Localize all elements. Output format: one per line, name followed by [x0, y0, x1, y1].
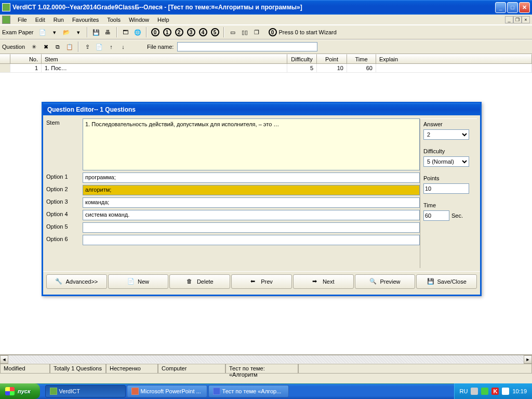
task-word[interactable]: Тест по теме «Алгор...	[208, 385, 289, 397]
option4-input[interactable]: система команд.	[83, 210, 420, 220]
nav3-icon[interactable]: 3	[186, 27, 196, 37]
option5-input[interactable]	[83, 222, 420, 233]
time-input[interactable]	[423, 210, 449, 221]
option5-label: Option 5	[46, 222, 79, 230]
main-titlebar: VerdICT 1.02.0000--Year2014Grade9ClassБ-…	[0, 0, 532, 15]
delete-button[interactable]: 🗑Delete	[169, 274, 230, 289]
layout1-icon[interactable]: ▭	[228, 27, 238, 37]
layout2-icon[interactable]: ▯▯	[240, 27, 250, 37]
new-icon[interactable]: 📄	[37, 27, 48, 37]
q-down-icon[interactable]: ↓	[118, 42, 128, 52]
prop1-icon[interactable]: 🗔	[121, 27, 131, 37]
save-icon[interactable]: 💾	[91, 27, 101, 37]
menubar: File Edit Run Favourites Tools Window He…	[0, 15, 532, 25]
next-button[interactable]: ➡Next	[293, 274, 354, 289]
tray-icon[interactable]: K	[491, 388, 499, 395]
tray-icon[interactable]	[502, 388, 509, 395]
menu-file[interactable]: File	[14, 16, 31, 24]
task-verdict[interactable]: VerdICT	[45, 385, 126, 397]
col-stem[interactable]: Stem	[42, 54, 287, 63]
task-powerpoint[interactable]: Microsoft PowerPoint ...	[127, 385, 207, 397]
col-difficulty[interactable]: Difficulty	[287, 54, 317, 63]
option2-input[interactable]: алгоритм;	[83, 185, 420, 195]
mdi-controls: _ ❐ ×	[505, 16, 530, 23]
q-del-icon[interactable]: ✖	[41, 42, 51, 52]
status-test: Тест по теме: «Алгоритм	[225, 364, 298, 374]
mdi-minimize[interactable]: _	[505, 16, 513, 23]
mdi-close[interactable]: ×	[522, 16, 530, 23]
stem-textarea[interactable]: 1. Последовательность действий, допустим…	[83, 118, 420, 170]
cell-point: 10	[317, 64, 347, 73]
delete-icon: 🗑	[187, 278, 194, 285]
layout3-icon[interactable]: ❐	[251, 27, 262, 37]
nav2-icon[interactable]: 2	[174, 27, 184, 37]
status-author: Нестеренко	[106, 364, 158, 374]
preview-button[interactable]: 🔍Preview	[355, 274, 416, 289]
q-export-icon[interactable]: 📄	[94, 42, 104, 52]
option6-input[interactable]	[83, 235, 420, 245]
doc-icon	[2, 16, 10, 24]
rowheader-col[interactable]	[0, 54, 10, 63]
system-tray[interactable]: RU K 10:19	[454, 383, 532, 399]
minimize-button[interactable]: _	[495, 2, 506, 13]
nav5-icon[interactable]: 5	[210, 27, 220, 37]
menu-edit[interactable]: Edit	[31, 16, 49, 24]
start-button[interactable]: пуск	[0, 383, 40, 399]
next-icon: ➡	[312, 278, 320, 285]
window-title: VerdICT 1.02.0000--Year2014Grade9ClassБ-…	[12, 4, 495, 11]
tray-icon[interactable]	[471, 388, 478, 395]
table-row[interactable]: 1 1. Пос… 5 10 60	[0, 64, 532, 73]
difficulty-label: Difficulty	[423, 148, 474, 154]
zero-icon: 0	[269, 28, 277, 36]
task-icon	[131, 388, 139, 395]
q-copy-icon[interactable]: ⧉	[52, 42, 63, 52]
col-time[interactable]: Time	[347, 54, 376, 63]
menu-favourites[interactable]: Favourites	[68, 16, 103, 24]
q-import-icon[interactable]: ⇪	[82, 42, 92, 52]
nav1-icon[interactable]: 1	[162, 27, 172, 37]
task-icon	[213, 388, 220, 395]
option3-label: Option 3	[46, 197, 79, 205]
dialog-title[interactable]: Question Editor-- 1 Questions	[42, 102, 482, 115]
new-button[interactable]: 📄New	[108, 274, 169, 289]
dropdown-icon[interactable]: ▾	[49, 27, 60, 37]
save-close-button[interactable]: 💾Save/Close	[416, 274, 477, 289]
menu-run[interactable]: Run	[49, 16, 68, 24]
menu-window[interactable]: Window	[125, 16, 153, 24]
dropdown2-icon[interactable]: ▾	[73, 27, 84, 37]
open-icon[interactable]: 📂	[61, 27, 72, 37]
scroll-right-icon[interactable]: ►	[524, 355, 532, 364]
option3-input[interactable]: команда;	[83, 197, 420, 208]
clock[interactable]: 10:19	[512, 388, 527, 394]
close-button[interactable]: ✕	[519, 2, 530, 13]
answer-select[interactable]: 2	[423, 129, 469, 140]
menu-help[interactable]: Help	[153, 16, 174, 24]
q-new-icon[interactable]: ✳	[29, 42, 39, 52]
mdi-restore[interactable]: ❐	[513, 16, 522, 23]
stem-label: Stem	[46, 118, 79, 126]
dialog-buttons: 🔧Advanced>> 📄New 🗑Delete ⬅Prev ➡Next 🔍Pr…	[43, 271, 480, 291]
answer-label: Answer	[423, 121, 474, 127]
print-icon[interactable]: 🖶	[103, 27, 113, 37]
advanced-button[interactable]: 🔧Advanced>>	[46, 274, 107, 289]
horizontal-scrollbar[interactable]: ◄ ►	[0, 355, 532, 363]
col-point[interactable]: Point	[317, 54, 347, 63]
lang-indicator[interactable]: RU	[460, 388, 468, 394]
option1-input[interactable]: программа;	[83, 172, 420, 183]
nav4-icon[interactable]: 4	[198, 27, 208, 37]
scroll-left-icon[interactable]: ◄	[0, 355, 8, 364]
prop2-icon[interactable]: 🌐	[132, 27, 143, 37]
nav0-icon[interactable]: 0	[150, 27, 161, 37]
tray-icon[interactable]	[481, 388, 488, 395]
status-computer: Computer	[158, 364, 225, 374]
maximize-button[interactable]: □	[507, 2, 518, 13]
filename-input[interactable]	[177, 42, 317, 51]
col-explain[interactable]: Explain	[376, 54, 532, 63]
q-up-icon[interactable]: ↑	[106, 42, 116, 52]
q-paste-icon[interactable]: 📋	[64, 42, 75, 52]
points-input[interactable]	[423, 183, 469, 194]
prev-button[interactable]: ⬅Prev	[231, 274, 292, 289]
menu-tools[interactable]: Tools	[103, 16, 125, 24]
col-no[interactable]: No.	[10, 54, 42, 63]
difficulty-select[interactable]: 5 (Normal)	[423, 156, 469, 167]
